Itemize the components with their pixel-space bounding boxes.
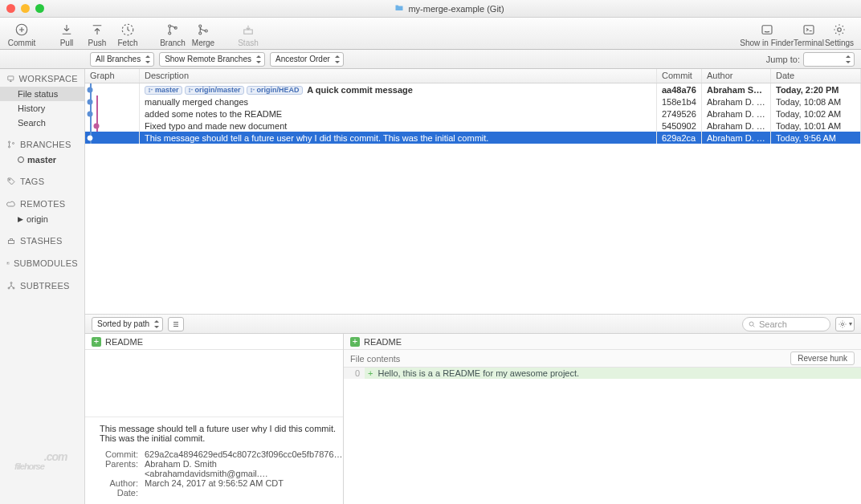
commit-row[interactable]: manually merged changes158e1b4Abraham D.… [85,96,861,108]
stash-icon [6,236,16,246]
commit-row[interactable]: This message should tell a future user w… [85,132,861,144]
sidebar-stashes-header[interactable]: STASHES [0,233,84,249]
submodule-icon [6,258,10,268]
sidebar-remotes-header[interactable]: REMOTES [0,196,84,212]
reverse-hunk-button[interactable]: Reverse hunk [790,352,855,365]
file-contents-label: File contents [350,354,400,364]
search-input[interactable]: Search [742,317,830,331]
list-icon [171,319,181,329]
col-date[interactable]: Date [771,69,861,83]
pull-button[interactable]: Pull [51,22,82,47]
push-button[interactable]: Push [82,22,112,47]
file-row[interactable]: + README [85,334,343,350]
jump-to-select[interactable] [803,52,855,67]
svg-point-5 [199,25,202,27]
push-icon [88,22,107,38]
svg-rect-12 [8,76,14,80]
branch-icon [6,140,16,149]
plus-icon: + [365,368,376,379]
sidebar-subtrees-header[interactable]: SUBTREES [0,278,84,294]
settings-button[interactable]: Settings [824,22,855,47]
show-in-finder-label: Show in Finder [740,39,794,47]
sidebar-branches-header[interactable]: BRANCHES [0,136,84,152]
col-graph[interactable]: Graph [85,69,140,83]
close-window-button[interactable] [6,4,15,13]
branch-button[interactable]: Branch [157,22,188,47]
sidebar-history[interactable]: History [0,101,84,116]
merge-button[interactable]: Merge [188,22,218,47]
stashes-label: STASHES [20,236,63,246]
diff-code: Hello, this is a a README for my awesome… [376,368,581,379]
col-commit[interactable]: Commit [657,69,702,83]
options-gear-button[interactable]: ▾ [835,317,855,331]
stash-button[interactable]: Stash [233,22,263,47]
terminal-icon [799,22,818,38]
commit-button[interactable]: Commit [6,22,37,47]
sidebar-remote-origin[interactable]: ▶ origin [0,212,84,226]
caret-right-icon: ▶ [18,215,23,223]
commit-description: A quick commit message [305,85,413,95]
svg-point-29 [251,88,251,89]
meta-author-value: March 24, 2017 at 9:56:52 AM CDT [145,478,284,488]
ancestor-order-select[interactable]: Ancestor Order [270,52,344,67]
svg-point-7 [205,30,207,32]
line-number: 0 [344,368,365,379]
commit-date: Today, 10:01 AM [771,120,861,132]
remote-branches-select[interactable]: Show Remote Branches [159,52,265,67]
commit-author: Abraham D. Smith… [702,96,771,108]
sidebar-branch-master[interactable]: master [0,152,84,167]
commit-hash: 5450902 [657,120,702,132]
commit-author: Abraham Smith <… [702,83,771,96]
toolbar: Commit Pull Push Fetch Branch Merge Stas… [0,18,861,50]
commit-message: This message should tell a future user w… [100,424,343,443]
col-description[interactable]: Description [140,69,657,83]
commit-row[interactable]: Fixed typo and made new document5450902A… [85,120,861,132]
ref-tag[interactable]: origin/HEAD [247,86,303,95]
commit-hash: 2749526 [657,108,702,120]
merge-label: Merge [192,39,214,47]
sidebar-tags-header[interactable]: TAGS [0,173,84,189]
sort-select[interactable]: Sorted by path [92,317,163,331]
added-file-icon: + [350,337,360,347]
ref-tag[interactable]: master [145,86,182,95]
meta-parents-label: Parents: [100,459,138,478]
col-author[interactable]: Author [702,69,771,83]
ref-tag[interactable]: origin/master [185,86,244,95]
svg-point-14 [9,146,10,148]
merge-icon [194,22,213,38]
diff-file-name: README [364,337,402,347]
svg-point-30 [251,91,251,91]
terminal-label: Terminal [794,39,824,47]
terminal-button[interactable]: Terminal [794,22,824,47]
workspace-label: WORKSPACE [19,74,78,83]
zoom-window-button[interactable] [35,4,44,13]
show-in-finder-button[interactable]: Show in Finder [740,22,794,47]
svg-point-31 [253,89,254,90]
sidebar-file-status[interactable]: File status [0,87,84,101]
settings-label: Settings [825,39,854,47]
master-label: master [27,155,56,165]
commit-metadata: This message should tell a future user w… [85,417,343,504]
sidebar-workspace-header[interactable]: WORKSPACE [0,71,84,87]
list-options-button[interactable] [168,317,184,331]
folder-icon [394,3,404,14]
svg-point-16 [9,179,10,181]
svg-point-33 [842,323,844,325]
meta-author-label: Author: [100,478,138,488]
submodules-label: SUBMODULES [14,258,78,268]
minimize-window-button[interactable] [21,4,30,13]
push-label: Push [88,39,107,47]
pull-icon [57,22,76,38]
sidebar-search[interactable]: Search [0,116,84,130]
fetch-button[interactable]: Fetch [112,22,143,47]
file-list-blank [85,350,343,417]
commit-row[interactable]: master origin/master origin/HEAD A quick… [85,83,861,96]
commit-row[interactable]: added some notes to the README2749526Abr… [85,108,861,120]
gear-icon [830,22,849,38]
svg-point-32 [749,322,753,326]
meta-date-label: Date: [100,488,138,498]
commit-date: Today, 2:20 PM [771,83,861,96]
all-branches-select[interactable]: All Branches [90,52,154,67]
svg-point-3 [169,32,171,35]
sidebar-submodules-header[interactable]: SUBMODULES [0,255,84,271]
